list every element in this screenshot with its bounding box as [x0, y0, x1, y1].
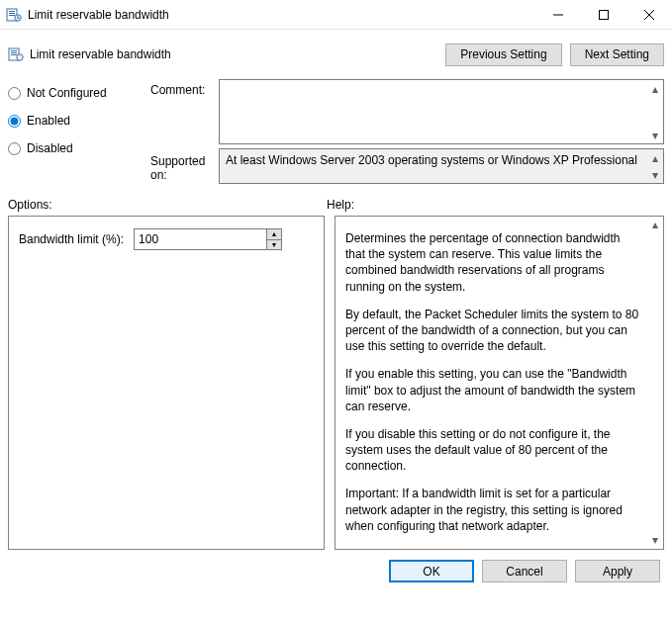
- svg-point-15: [17, 54, 23, 60]
- radio-not-configured[interactable]: Not Configured: [8, 83, 146, 103]
- scroll-down-icon: ▾: [646, 127, 663, 143]
- bandwidth-limit-spinner[interactable]: ▲ ▼: [134, 228, 282, 250]
- previous-setting-button[interactable]: Previous Setting: [445, 44, 561, 66]
- minimize-button[interactable]: [535, 0, 581, 30]
- help-paragraph: Important: If a bandwidth limit is set f…: [345, 486, 639, 534]
- radio-disabled[interactable]: Disabled: [8, 138, 146, 158]
- next-setting-button[interactable]: Next Setting: [570, 44, 664, 66]
- spinner-down-button[interactable]: ▼: [267, 240, 281, 250]
- window-title: Limit reservable bandwidth: [28, 8, 169, 22]
- svg-rect-12: [11, 50, 17, 51]
- help-scrollbar[interactable]: ▴ ▾: [646, 217, 663, 549]
- ok-button[interactable]: OK: [389, 560, 474, 582]
- maximize-button[interactable]: [581, 0, 626, 30]
- bandwidth-limit-label: Bandwidth limit (%):: [19, 232, 124, 246]
- scroll-up-icon: ▴: [646, 80, 663, 97]
- scroll-down-icon: ▾: [646, 532, 663, 549]
- svg-rect-1: [9, 11, 15, 12]
- options-panel: Bandwidth limit (%): ▲ ▼: [8, 216, 325, 550]
- spinner-up-button[interactable]: ▲: [267, 229, 281, 240]
- help-paragraph: Determines the percentage of connection …: [345, 230, 639, 295]
- supported-on-box: At least Windows Server 2003 operating s…: [219, 148, 664, 184]
- svg-rect-6: [18, 18, 20, 19]
- bandwidth-limit-input[interactable]: [135, 229, 266, 249]
- scroll-up-icon: ▴: [646, 149, 663, 166]
- header-row: Limit reservable bandwidth Previous Sett…: [8, 30, 664, 79]
- radio-not-configured-input[interactable]: [8, 87, 21, 100]
- supported-scrollbar[interactable]: ▴ ▾: [646, 149, 663, 183]
- svg-rect-14: [11, 54, 17, 55]
- scroll-down-icon: ▾: [646, 166, 663, 183]
- comment-label: Comment:: [150, 79, 215, 97]
- scroll-up-icon: ▴: [646, 217, 663, 233]
- radio-enabled[interactable]: Enabled: [8, 111, 146, 131]
- dialog-footer: OK Cancel Apply: [8, 550, 664, 582]
- radio-disabled-label: Disabled: [27, 141, 73, 155]
- titlebar: Limit reservable bandwidth: [0, 0, 672, 30]
- help-panel: Determines the percentage of connection …: [335, 216, 664, 550]
- supported-on-text: At least Windows Server 2003 operating s…: [226, 153, 637, 167]
- help-paragraph: By default, the Packet Scheduler limits …: [345, 307, 639, 355]
- apply-button[interactable]: Apply: [575, 560, 660, 582]
- svg-rect-8: [600, 10, 609, 19]
- svg-rect-13: [11, 52, 17, 53]
- policy-icon: [6, 7, 22, 23]
- radio-disabled-input[interactable]: [8, 142, 21, 155]
- help-paragraph: If you disable this setting or do not co…: [345, 426, 639, 475]
- supported-on-label: Supported on:: [150, 148, 215, 182]
- state-radios: Not Configured Enabled Disabled: [8, 79, 146, 166]
- radio-enabled-input[interactable]: [8, 115, 21, 128]
- comment-textarea[interactable]: ▴ ▾: [219, 79, 664, 144]
- close-button[interactable]: [626, 0, 672, 30]
- policy-name: Limit reservable bandwidth: [30, 47, 171, 61]
- options-label: Options:: [8, 198, 327, 212]
- help-label: Help:: [327, 198, 354, 212]
- cancel-button[interactable]: Cancel: [482, 560, 567, 582]
- comment-scrollbar[interactable]: ▴ ▾: [646, 80, 663, 143]
- radio-enabled-label: Enabled: [27, 114, 70, 128]
- svg-rect-3: [9, 15, 15, 16]
- svg-rect-2: [9, 13, 15, 14]
- radio-not-configured-label: Not Configured: [27, 86, 107, 100]
- help-paragraph: If you enable this setting, you can use …: [345, 366, 639, 414]
- policy-icon: [8, 46, 24, 62]
